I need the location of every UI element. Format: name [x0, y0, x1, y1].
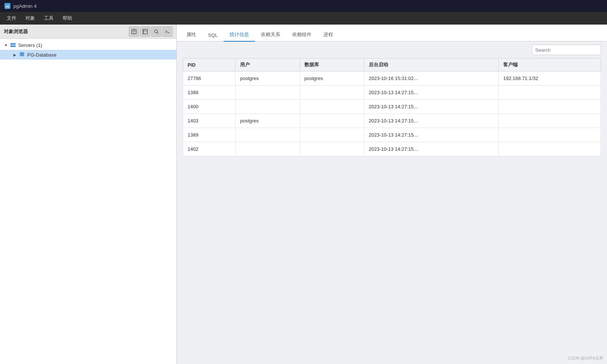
cell-user: postgres — [236, 114, 300, 128]
sidebar-btn-table[interactable] — [129, 26, 139, 37]
menu-help[interactable]: 帮助 — [59, 13, 76, 23]
cell-database — [300, 128, 364, 142]
cell-database — [300, 114, 364, 128]
cell-user — [236, 100, 300, 114]
content-area: PID 用户 数据库 后台启动 客户端 27786postgrespostgre… — [177, 42, 607, 364]
sidebar-title: 对象浏览器 — [4, 28, 28, 35]
cell-client — [499, 100, 601, 114]
col-database: 数据库 — [300, 58, 364, 71]
cell-backend-start: 2023-10-13 14:27:15... — [364, 114, 498, 128]
right-panel: 属性 SQL 统计信息 依赖关系 依赖组件 进程 PID 用户 数据库 后台启动 — [177, 25, 607, 364]
watermark: CSDN @DATA无界 — [568, 355, 603, 361]
svg-point-14 — [14, 46, 15, 47]
cell-database — [300, 142, 364, 156]
cell-user — [236, 86, 300, 100]
cell-client — [499, 128, 601, 142]
cell-user: postgres — [236, 71, 300, 86]
sidebar-btn-filter[interactable] — [140, 26, 150, 37]
cell-pid: 1402 — [183, 142, 236, 156]
cell-pid: 1403 — [183, 114, 236, 128]
cell-backend-start: 2023-10-13 14:27:15... — [364, 142, 498, 156]
table-header-row: PID 用户 数据库 后台启动 客户端 — [183, 58, 601, 71]
tab-properties[interactable]: 属性 — [180, 28, 202, 42]
chevron-down-icon: ▼ — [3, 43, 9, 47]
table-row[interactable]: 13892023-10-13 14:27:15... — [183, 128, 601, 142]
app-icon: pg — [4, 3, 10, 9]
sidebar-tree: ▼ Servers (1) ▶ — [0, 39, 176, 364]
cell-backend-start: 2023-10-13 14:27:15... — [364, 100, 498, 114]
cell-pid: 1389 — [183, 128, 236, 142]
chevron-right-icon: ▶ — [12, 53, 18, 57]
database-icon — [19, 51, 25, 58]
cell-client: 192.168.71.1/32 — [499, 71, 601, 86]
tabs-bar: 属性 SQL 统计信息 依赖关系 依赖组件 进程 — [177, 25, 607, 42]
tab-processes[interactable]: 进程 — [317, 28, 339, 42]
svg-text:pg: pg — [6, 5, 9, 8]
sidebar-header: 对象浏览器 — [0, 25, 176, 39]
table-row[interactable]: 13882023-10-13 14:27:15... — [183, 86, 601, 100]
server-icon — [10, 42, 16, 48]
svg-line-9 — [157, 32, 159, 34]
cell-pid: 27786 — [183, 71, 236, 86]
table-row[interactable]: 14022023-10-13 14:27:15... — [183, 142, 601, 156]
sidebar-btn-query[interactable] — [162, 26, 173, 37]
search-input[interactable] — [532, 45, 601, 55]
search-icon — [154, 29, 159, 34]
cell-backend-start: 2023-10-16 15:31:02... — [364, 71, 498, 86]
filter-icon — [143, 29, 148, 34]
servers-label: Servers (1) — [18, 42, 42, 48]
titlebar: pg pgAdmin 4 — [0, 0, 607, 12]
cell-database: postgres — [300, 71, 364, 86]
menu-object[interactable]: 对象 — [22, 13, 39, 23]
sidebar: 对象浏览器 — [0, 25, 177, 364]
db-label: PG-Database — [27, 52, 57, 58]
table-row[interactable]: 27786postgrespostgres2023-10-16 15:31:02… — [183, 71, 601, 86]
menubar: 文件 对象 工具 帮助 — [0, 12, 607, 25]
tab-dependents[interactable]: 依赖组件 — [286, 28, 317, 42]
table-icon — [131, 29, 137, 34]
table-row[interactable]: 14002023-10-13 14:27:15... — [183, 100, 601, 114]
menu-file[interactable]: 文件 — [3, 13, 20, 23]
svg-point-13 — [14, 44, 15, 44]
tree-item-pg-database[interactable]: ▶ PG-Database — [0, 50, 176, 60]
sidebar-btn-search[interactable] — [151, 26, 162, 37]
cell-client — [499, 86, 601, 100]
tab-dependencies[interactable]: 依赖关系 — [255, 28, 286, 42]
col-client: 客户端 — [499, 58, 601, 71]
cell-user — [236, 142, 300, 156]
cell-pid: 1400 — [183, 100, 236, 114]
tab-sql[interactable]: SQL — [202, 29, 224, 42]
cell-user — [236, 128, 300, 142]
cell-client — [499, 142, 601, 156]
query-icon — [165, 29, 170, 34]
col-backend-start: 后台启动 — [364, 58, 498, 71]
cell-database — [300, 86, 364, 100]
menu-tools[interactable]: 工具 — [40, 13, 57, 23]
svg-point-8 — [154, 30, 157, 33]
cell-backend-start: 2023-10-13 14:27:15... — [364, 86, 498, 100]
cell-pid: 1388 — [183, 86, 236, 100]
tree-item-servers[interactable]: ▼ Servers (1) — [0, 40, 176, 50]
col-user: 用户 — [236, 58, 300, 71]
table-row[interactable]: 1403postgres2023-10-13 14:27:15... — [183, 114, 601, 128]
app-title: pgAdmin 4 — [13, 3, 36, 9]
cell-backend-start: 2023-10-13 14:27:15... — [364, 128, 498, 142]
cell-client — [499, 114, 601, 128]
sidebar-toolbar — [129, 26, 173, 37]
search-bar-row — [177, 42, 607, 58]
main-layout: 对象浏览器 — [0, 25, 607, 364]
cell-database — [300, 100, 364, 114]
statistics-table: PID 用户 数据库 后台启动 客户端 27786postgrespostgre… — [183, 58, 601, 156]
tab-statistics[interactable]: 统计信息 — [224, 28, 255, 42]
col-pid: PID — [183, 58, 236, 71]
